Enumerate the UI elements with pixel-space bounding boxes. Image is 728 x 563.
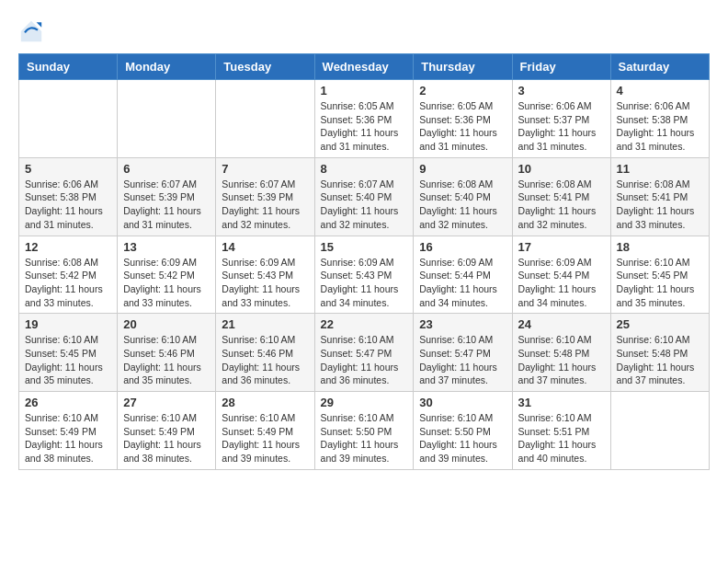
calendar-day-10: 10Sunrise: 6:08 AM Sunset: 5:41 PM Dayli…	[512, 157, 610, 236]
svg-marker-1	[37, 22, 42, 28]
calendar-week-row: 12Sunrise: 6:08 AM Sunset: 5:42 PM Dayli…	[19, 236, 710, 314]
calendar-day-empty	[118, 80, 216, 158]
calendar-day-25: 25Sunrise: 6:10 AM Sunset: 5:48 PM Dayli…	[610, 314, 709, 392]
day-number: 2	[419, 84, 506, 98]
calendar-day-16: 16Sunrise: 6:09 AM Sunset: 5:44 PM Dayli…	[414, 236, 512, 314]
weekday-header-sunday: Sunday	[19, 54, 118, 80]
day-info: Sunrise: 6:07 AM Sunset: 5:39 PM Dayligh…	[222, 178, 308, 232]
day-info: Sunrise: 6:09 AM Sunset: 5:43 PM Dayligh…	[321, 256, 408, 310]
logo-icon	[18, 18, 44, 44]
calendar-day-29: 29Sunrise: 6:10 AM Sunset: 5:50 PM Dayli…	[314, 392, 414, 470]
calendar-day-5: 5Sunrise: 6:06 AM Sunset: 5:38 PM Daylig…	[19, 157, 118, 236]
day-info: Sunrise: 6:08 AM Sunset: 5:41 PM Dayligh…	[617, 178, 703, 232]
calendar-week-row: 19Sunrise: 6:10 AM Sunset: 5:45 PM Dayli…	[19, 314, 710, 392]
weekday-header-saturday: Saturday	[610, 54, 709, 80]
day-number: 15	[321, 240, 408, 254]
weekday-header-row: SundayMondayTuesdayWednesdayThursdayFrid…	[19, 54, 710, 80]
day-number: 12	[25, 240, 111, 254]
day-number: 7	[222, 162, 308, 176]
calendar-week-row: 1Sunrise: 6:05 AM Sunset: 5:36 PM Daylig…	[19, 80, 710, 158]
calendar-day-14: 14Sunrise: 6:09 AM Sunset: 5:43 PM Dayli…	[216, 236, 314, 314]
calendar-week-row: 5Sunrise: 6:06 AM Sunset: 5:38 PM Daylig…	[19, 157, 710, 236]
day-info: Sunrise: 6:10 AM Sunset: 5:50 PM Dayligh…	[419, 411, 506, 465]
day-number: 1	[321, 84, 408, 98]
day-number: 18	[617, 240, 703, 254]
calendar-day-21: 21Sunrise: 6:10 AM Sunset: 5:46 PM Dayli…	[216, 314, 314, 392]
day-number: 17	[518, 240, 605, 254]
calendar-table: SundayMondayTuesdayWednesdayThursdayFrid…	[18, 53, 710, 470]
day-info: Sunrise: 6:10 AM Sunset: 5:50 PM Dayligh…	[321, 411, 408, 465]
day-info: Sunrise: 6:08 AM Sunset: 5:42 PM Dayligh…	[25, 256, 111, 310]
calendar-day-empty	[19, 80, 118, 158]
day-number: 23	[419, 317, 506, 331]
day-info: Sunrise: 6:05 AM Sunset: 5:36 PM Dayligh…	[419, 99, 506, 154]
calendar-day-24: 24Sunrise: 6:10 AM Sunset: 5:48 PM Dayli…	[512, 314, 610, 392]
calendar-day-3: 3Sunrise: 6:06 AM Sunset: 5:37 PM Daylig…	[512, 80, 610, 158]
calendar-day-30: 30Sunrise: 6:10 AM Sunset: 5:50 PM Dayli…	[414, 392, 512, 470]
day-number: 29	[321, 396, 408, 409]
day-info: Sunrise: 6:10 AM Sunset: 5:49 PM Dayligh…	[123, 411, 210, 465]
logo	[18, 18, 48, 44]
day-info: Sunrise: 6:07 AM Sunset: 5:40 PM Dayligh…	[321, 178, 408, 232]
calendar-day-15: 15Sunrise: 6:09 AM Sunset: 5:43 PM Dayli…	[314, 236, 414, 314]
day-number: 8	[321, 162, 408, 176]
calendar-day-28: 28Sunrise: 6:10 AM Sunset: 5:49 PM Dayli…	[216, 392, 314, 470]
day-number: 22	[321, 317, 408, 331]
calendar-day-empty	[216, 80, 314, 158]
calendar-day-23: 23Sunrise: 6:10 AM Sunset: 5:47 PM Dayli…	[414, 314, 512, 392]
day-number: 21	[222, 317, 308, 331]
day-number: 20	[123, 317, 210, 331]
calendar-day-empty	[610, 392, 709, 470]
day-info: Sunrise: 6:10 AM Sunset: 5:49 PM Dayligh…	[222, 411, 308, 465]
day-info: Sunrise: 6:10 AM Sunset: 5:48 PM Dayligh…	[617, 333, 703, 387]
calendar-day-9: 9Sunrise: 6:08 AM Sunset: 5:40 PM Daylig…	[414, 157, 512, 236]
day-info: Sunrise: 6:09 AM Sunset: 5:44 PM Dayligh…	[419, 256, 506, 310]
calendar-day-26: 26Sunrise: 6:10 AM Sunset: 5:49 PM Dayli…	[19, 392, 118, 470]
weekday-header-wednesday: Wednesday	[314, 54, 414, 80]
day-number: 10	[518, 162, 605, 176]
calendar-day-31: 31Sunrise: 6:10 AM Sunset: 5:51 PM Dayli…	[512, 392, 610, 470]
day-number: 13	[123, 240, 210, 254]
day-number: 16	[419, 240, 506, 254]
day-info: Sunrise: 6:09 AM Sunset: 5:42 PM Dayligh…	[123, 256, 210, 310]
day-info: Sunrise: 6:10 AM Sunset: 5:45 PM Dayligh…	[617, 256, 703, 310]
day-number: 6	[123, 162, 210, 176]
calendar-day-7: 7Sunrise: 6:07 AM Sunset: 5:39 PM Daylig…	[216, 157, 314, 236]
day-number: 30	[419, 396, 506, 409]
day-info: Sunrise: 6:10 AM Sunset: 5:46 PM Dayligh…	[222, 333, 308, 387]
day-number: 28	[222, 396, 308, 409]
day-number: 25	[617, 317, 703, 331]
day-number: 19	[25, 317, 111, 331]
day-number: 3	[518, 84, 605, 98]
day-info: Sunrise: 6:10 AM Sunset: 5:49 PM Dayligh…	[25, 411, 111, 465]
calendar-day-27: 27Sunrise: 6:10 AM Sunset: 5:49 PM Dayli…	[118, 392, 216, 470]
day-number: 14	[222, 240, 308, 254]
day-info: Sunrise: 6:10 AM Sunset: 5:46 PM Dayligh…	[123, 333, 210, 387]
weekday-header-monday: Monday	[118, 54, 216, 80]
calendar-day-18: 18Sunrise: 6:10 AM Sunset: 5:45 PM Dayli…	[610, 236, 709, 314]
calendar-day-4: 4Sunrise: 6:06 AM Sunset: 5:38 PM Daylig…	[610, 80, 709, 158]
day-number: 26	[25, 396, 111, 409]
day-info: Sunrise: 6:10 AM Sunset: 5:48 PM Dayligh…	[518, 333, 605, 387]
day-info: Sunrise: 6:06 AM Sunset: 5:37 PM Dayligh…	[518, 99, 605, 154]
calendar-day-6: 6Sunrise: 6:07 AM Sunset: 5:39 PM Daylig…	[118, 157, 216, 236]
day-info: Sunrise: 6:10 AM Sunset: 5:47 PM Dayligh…	[321, 333, 408, 387]
day-info: Sunrise: 6:06 AM Sunset: 5:38 PM Dayligh…	[25, 178, 111, 232]
day-info: Sunrise: 6:05 AM Sunset: 5:36 PM Dayligh…	[321, 99, 408, 154]
day-info: Sunrise: 6:08 AM Sunset: 5:40 PM Dayligh…	[419, 178, 506, 232]
weekday-header-thursday: Thursday	[414, 54, 512, 80]
day-info: Sunrise: 6:10 AM Sunset: 5:47 PM Dayligh…	[419, 333, 506, 387]
day-number: 31	[518, 396, 605, 409]
calendar-day-22: 22Sunrise: 6:10 AM Sunset: 5:47 PM Dayli…	[314, 314, 414, 392]
calendar-day-19: 19Sunrise: 6:10 AM Sunset: 5:45 PM Dayli…	[19, 314, 118, 392]
day-number: 24	[518, 317, 605, 331]
weekday-header-tuesday: Tuesday	[216, 54, 314, 80]
day-info: Sunrise: 6:08 AM Sunset: 5:41 PM Dayligh…	[518, 178, 605, 232]
calendar-day-8: 8Sunrise: 6:07 AM Sunset: 5:40 PM Daylig…	[314, 157, 414, 236]
calendar-day-2: 2Sunrise: 6:05 AM Sunset: 5:36 PM Daylig…	[414, 80, 512, 158]
calendar-day-11: 11Sunrise: 6:08 AM Sunset: 5:41 PM Dayli…	[610, 157, 709, 236]
day-info: Sunrise: 6:10 AM Sunset: 5:51 PM Dayligh…	[518, 411, 605, 465]
page-header	[18, 18, 710, 44]
day-number: 27	[123, 396, 210, 409]
calendar-day-20: 20Sunrise: 6:10 AM Sunset: 5:46 PM Dayli…	[118, 314, 216, 392]
